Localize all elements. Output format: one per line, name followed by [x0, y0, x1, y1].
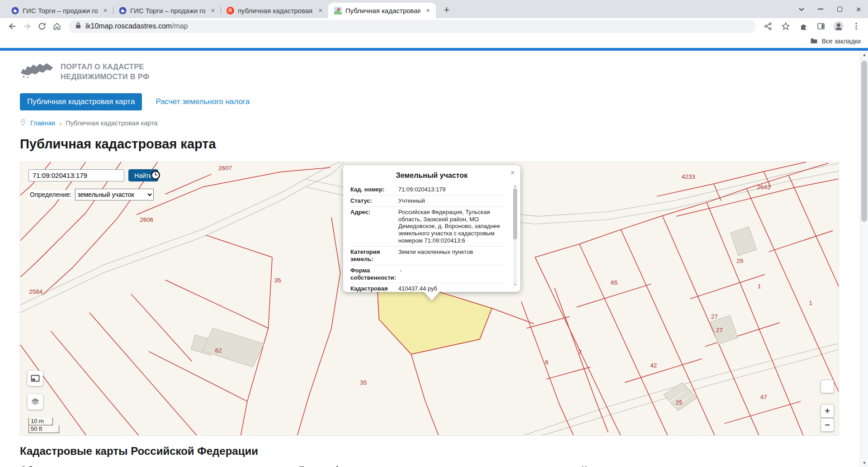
parcel-label: 2584	[29, 288, 42, 295]
loading-clock-icon	[151, 170, 160, 182]
breadcrumb-home-link[interactable]: Главная	[30, 119, 55, 127]
minimize-button[interactable]	[811, 0, 830, 18]
popup-row: Кад. номер:71:09:020413:179	[350, 184, 506, 195]
side-panel-icon[interactable]	[813, 19, 828, 34]
menu-icon[interactable]	[849, 19, 863, 34]
tab-close-icon[interactable]: ×	[316, 6, 325, 14]
tab-close-icon[interactable]: ×	[424, 6, 432, 14]
yandex-favicon: Я	[226, 6, 234, 14]
footer-col-krais[interactable]: Края	[581, 465, 603, 467]
scroll-up-icon[interactable]: ▲	[513, 185, 517, 187]
address-bar[interactable]: ik10map.roscadastres.com/map	[69, 20, 756, 33]
parcel-label: 62	[215, 347, 222, 354]
browser-tab-4-active[interactable]: Публичная кадастровая ка ×	[328, 3, 436, 18]
map-favicon	[334, 6, 342, 14]
browser-tab-1[interactable]: ГИС Торги – продажи госуд ×	[5, 3, 113, 18]
parcel-label: 2642	[757, 184, 770, 191]
parcel-label: 47	[760, 394, 767, 400]
zoom-out-button[interactable]: −	[821, 418, 834, 432]
cadastral-search-input[interactable]	[28, 169, 124, 181]
popup-row: Форма собственности:-	[350, 265, 506, 284]
home-button[interactable]	[49, 19, 64, 34]
scale-imperial: 50 ft	[28, 425, 59, 433]
parcel-label: 27	[711, 313, 718, 320]
logo-line1: ПОРТАЛ О КАДАСТРЕ	[61, 62, 149, 71]
new-tab-button[interactable]: +	[439, 3, 454, 17]
reload-button[interactable]	[34, 19, 49, 34]
zoom-in-button[interactable]: +	[821, 404, 834, 418]
scroll-up-icon[interactable]: ▲	[860, 52, 868, 57]
browser-tab-strip: ГИС Торги – продажи госуд × ГИС Торги – …	[0, 0, 868, 18]
bookmark-star-icon[interactable]	[778, 19, 793, 34]
bookmarks-bar: Все закладки	[0, 34, 868, 48]
parcel-label: 4233	[682, 173, 695, 180]
parcel-popup: Земельный участок × Кад. номер:71:09:020…	[343, 165, 520, 292]
tab-search-chevron-icon[interactable]	[792, 0, 811, 18]
extensions-icon[interactable]	[796, 19, 811, 34]
parcel-label: 2607	[218, 165, 232, 172]
parcel-label: 6	[545, 359, 548, 366]
cadastral-map[interactable]: 2607 2606 2584 35 62 35 65 29 27 27 25 4…	[20, 162, 839, 436]
definition-select[interactable]: земельный участок	[75, 189, 154, 200]
tab-close-icon[interactable]: ×	[101, 6, 109, 14]
share-icon[interactable]	[760, 19, 775, 34]
browser-tab-3[interactable]: Я публичная кадастровая ка ×	[221, 3, 328, 18]
gis-torgi-favicon	[11, 6, 19, 14]
site-logo: ПОРТАЛ О КАДАСТРЕ НЕДВИЖИМОСТИ В РФ	[20, 61, 860, 82]
maximize-button[interactable]	[830, 0, 849, 18]
url-path: /map	[172, 22, 188, 30]
popup-pointer	[424, 292, 439, 300]
popup-row: Категория земель:Земли населенных пункто…	[350, 247, 506, 265]
scroll-down-icon[interactable]: ▼	[513, 283, 517, 286]
bookmarks-folder-icon	[810, 37, 818, 46]
tab-title: Публичная кадастровая ка	[345, 7, 420, 14]
back-button[interactable]	[5, 19, 19, 34]
browser-tab-2[interactable]: ГИС Торги – продажи госуд ×	[113, 3, 221, 18]
parcel-label: 25	[675, 399, 682, 406]
page-scrollbar-thumb[interactable]	[861, 61, 867, 222]
scroll-down-icon[interactable]: ▼	[860, 461, 868, 465]
parcel-label: 42	[650, 362, 657, 369]
tab-public-cadastral-map[interactable]: Публичная кадастровая карта	[20, 93, 142, 110]
footer-col-federal-cities[interactable]: Города федерального значения	[299, 465, 581, 467]
scale-metric: 10 m	[28, 418, 53, 425]
window-controls: ×	[792, 0, 868, 18]
popup-title: Земельный участок	[350, 172, 513, 180]
forward-button[interactable]	[19, 19, 34, 34]
tab-close-icon[interactable]: ×	[209, 6, 217, 14]
tab-land-tax-calc[interactable]: Расчет земельного налога	[156, 97, 250, 106]
definition-filter: Определение: земельный участок	[28, 189, 154, 200]
parcel-label: 27	[716, 327, 723, 334]
popup-row: Кадастровая стоимость:410437.44 руб	[350, 283, 506, 292]
popup-scrollbar-thumb[interactable]	[513, 189, 517, 239]
footer-columns: Области Города федерального значения Кра…	[20, 465, 860, 467]
russia-map-logo-icon	[20, 61, 54, 82]
url-host: ik10map.roscadastres.com	[85, 22, 172, 30]
all-bookmarks-button[interactable]: Все закладки	[821, 38, 861, 45]
scale-control: 10 m 50 ft	[28, 418, 59, 433]
page-scrollbar[interactable]: ▲ ▼	[860, 51, 868, 467]
popup-row: Статус:Учтенный	[350, 195, 506, 207]
extent-button[interactable]	[28, 371, 43, 386]
parcel-label: 7	[578, 349, 581, 356]
browser-toolbar: ik10map.roscadastres.com/map	[0, 18, 868, 34]
tab-title: ГИС Торги – продажи госуд	[23, 7, 98, 14]
layers-button[interactable]	[28, 394, 43, 410]
popup-scrollbar[interactable]: ▲ ▼	[513, 185, 517, 286]
map-extra-button[interactable]	[821, 380, 834, 393]
parcel-label: 35	[360, 379, 367, 386]
popup-close-icon[interactable]: ×	[510, 169, 515, 176]
close-window-button[interactable]: ×	[849, 0, 868, 18]
parcel-label: 29	[736, 257, 743, 264]
tab-title: публичная кадастровая ка	[238, 7, 313, 14]
logo-line2: НЕДВИЖИМОСТИ В РФ	[61, 71, 149, 81]
tab-title: ГИС Торги – продажи госуд	[130, 7, 205, 14]
lock-icon	[75, 22, 81, 31]
toolbar-right-icons	[760, 19, 863, 34]
profile-avatar[interactable]	[831, 19, 846, 34]
popup-row: Адрес:Российская Федерация, Тульская обл…	[350, 207, 506, 247]
footer-col-regions[interactable]: Области	[20, 465, 299, 467]
parcel-label: 35	[274, 277, 281, 284]
parcel-label: 1	[758, 283, 761, 290]
breadcrumb-current: Публичная кадастровая карта	[66, 119, 157, 127]
